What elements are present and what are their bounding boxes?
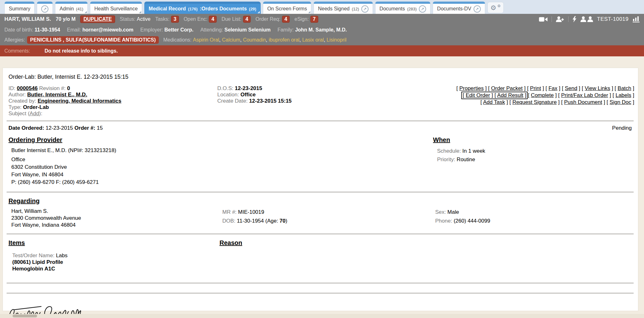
tab-label: Summary [9, 6, 30, 12]
duplicate-badge[interactable]: DUPLICATE [80, 15, 115, 23]
family-label: Family: [277, 27, 294, 32]
tasks-count-badge[interactable]: 3 [171, 16, 179, 23]
attending-value: Selenium Selenium [225, 27, 271, 32]
medication-link[interactable]: Lisinopril [327, 37, 347, 43]
subject-add-link[interactable]: Add [30, 111, 39, 116]
divider [7, 121, 634, 121]
popout-icon[interactable]: ↗ [361, 5, 369, 13]
bracket: ] [554, 92, 558, 98]
revision-label: Revision #: [39, 85, 65, 91]
created-by-label: Created by: [8, 98, 36, 104]
highlighted-action-box: [ Edit Order ] [ Add Result ] [461, 92, 527, 99]
priority-line: Priority: Routine [437, 155, 634, 164]
sex-line: Sex: Male [435, 208, 634, 217]
tab-medical-record[interactable]: Medical Record (176) :Orders Documents (… [144, 2, 261, 14]
medication-link[interactable]: Coumadin [243, 37, 266, 43]
video-camera-icon[interactable] [539, 17, 547, 22]
action-link[interactable]: View Links [585, 85, 610, 91]
add-user-icon[interactable] [556, 16, 564, 22]
type-label: Type: [8, 104, 22, 110]
action-link[interactable]: Batch [618, 85, 631, 91]
regarding-ids-block: MR #: MIE-10019 DOB: 11-30-1954 (Age: 70… [222, 208, 435, 229]
bracket: [ [615, 85, 618, 91]
action-link[interactable]: Fax [548, 85, 557, 91]
popout-icon[interactable]: ↗ [419, 5, 426, 13]
action-row-3: [ Add Task ] [ Request Signature ] [ Pus… [353, 99, 634, 105]
lightning-icon[interactable] [573, 16, 576, 22]
bracket: ] [631, 92, 634, 98]
open-enc-count-badge[interactable]: 4 [209, 16, 217, 23]
action-link[interactable]: Push Document [564, 99, 602, 105]
action-link[interactable]: Edit Order [466, 92, 490, 98]
tab-admin[interactable]: Admin (41) [55, 2, 87, 14]
tab-documents-dv[interactable]: Documents-DV ↗ [433, 2, 485, 14]
popout-icon[interactable]: ↗ [474, 5, 481, 13]
horizontal-scrollbar-track[interactable] [0, 314, 644, 318]
action-link[interactable]: Add Result [497, 92, 523, 98]
regarding-dob-value: 11-30-1954 [237, 218, 264, 224]
order-req-stat: Order Req: 4 [255, 16, 290, 23]
tab-documents[interactable]: Documents (283) ↗ [375, 2, 430, 14]
date-ordered-value: 12-23-2015 [46, 125, 73, 131]
action-link[interactable]: Sign Doc [610, 99, 631, 105]
sex-value: Male [447, 209, 459, 215]
allergies-chip[interactable]: PENICILLINS , SULFA(SULFONAMIDE ANTIBIOT… [27, 36, 159, 44]
patient-demographics: Date of birth: 11-30-1954 Email: horner@… [0, 25, 644, 45]
popout-icon[interactable]: ↗ [41, 5, 48, 13]
medication-link[interactable]: ibuprofen oral [269, 37, 299, 43]
order-document: Order-Lab: Butler, Internist E. 12-23-20… [3, 68, 638, 311]
medication-link[interactable]: Aspirin Oral [193, 37, 219, 43]
meta-create-date-line: Create Date: 12-23-2015 15:15 [217, 98, 353, 104]
action-link[interactable]: Order Packet [491, 85, 523, 91]
action-link[interactable]: Properties [459, 85, 484, 91]
mr-value: MIE-10019 [238, 209, 264, 215]
divider [552, 16, 552, 22]
medication-link[interactable]: Lasix oral [302, 37, 324, 43]
bracket: ] [490, 92, 494, 98]
action-link[interactable]: Send [565, 85, 577, 91]
id-label: ID: [8, 85, 15, 91]
ordering-provider-section: Ordering Provider Butler Internist E., M… [6, 131, 433, 186]
tab-needs-signed[interactable]: Needs Signed (12) ↗ [314, 2, 373, 14]
schedule-label: Schedule: [437, 148, 461, 154]
medication-link[interactable]: Calcium [222, 37, 240, 43]
patients-icon[interactable] [580, 16, 593, 22]
tab-count: (283) [407, 7, 417, 11]
document-id-link[interactable]: 0000546 [17, 85, 37, 91]
bracket: ] [631, 85, 634, 91]
patient-name: HART, WILLIAM S. [4, 16, 51, 22]
phone-label: Phone: [435, 218, 452, 224]
action-link[interactable]: Labels [615, 92, 631, 98]
bracket: ] [541, 85, 546, 91]
settings-gears-icon: ⚙ [491, 4, 497, 11]
action-link[interactable]: Print [530, 85, 541, 91]
subject-label: Subject ( [8, 111, 30, 116]
tab-on-screen-forms[interactable]: On Screen Forms [263, 2, 311, 14]
summary-popout-button[interactable]: ↗ [37, 2, 53, 14]
schedule-line: Schedule: In 1 week [437, 147, 634, 155]
tab-summary[interactable]: Summary [4, 2, 35, 14]
tab-count: (12) [352, 7, 359, 11]
age-value: 70 [280, 218, 286, 224]
open-enc-label: Open Enc: [184, 16, 208, 22]
horizontal-scrollbar-thumb[interactable] [13, 315, 37, 317]
chart-icon[interactable] [633, 16, 640, 22]
ordering-provider-heading: Ordering Provider [8, 136, 433, 144]
schedule-value: In 1 week [462, 148, 485, 154]
action-link[interactable]: Add Task [483, 99, 505, 105]
bracket: [ [561, 99, 564, 105]
esign-count-badge[interactable]: 7 [310, 16, 318, 23]
due-list-count-badge[interactable]: 4 [243, 16, 251, 23]
action-row-1: [ Properties ] [ Order Packet ] [ Print … [353, 85, 634, 92]
email-value[interactable]: horner@mieweb.com [82, 27, 133, 32]
action-link[interactable]: Complete [531, 92, 554, 98]
author-link[interactable]: Butler, Internist E., M.D. [27, 92, 87, 98]
tab-settings-button[interactable]: ⚙ ⚙ [487, 2, 504, 13]
action-link[interactable]: Print/Fax Lab Order [561, 92, 608, 98]
action-link[interactable]: Request Signature [513, 99, 557, 105]
tab-health-surveillance[interactable]: Health Surveillance [90, 2, 142, 14]
divider [7, 192, 634, 192]
employer-value: Better Corp. [164, 27, 193, 32]
order-req-count-badge[interactable]: 4 [282, 16, 290, 23]
created-by-link[interactable]: Engineering, Medical Informatics [38, 98, 121, 104]
